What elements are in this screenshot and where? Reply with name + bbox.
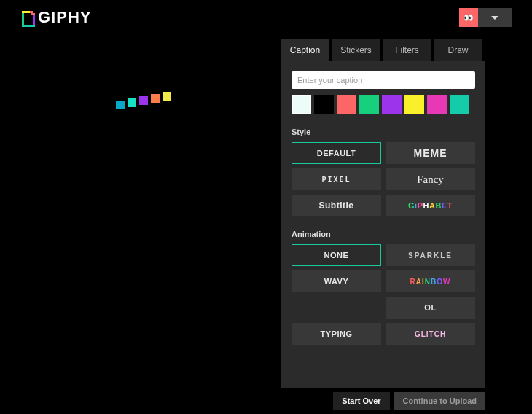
start-over-button[interactable]: Start Over (333, 392, 389, 410)
swatch-yellow[interactable] (404, 95, 424, 114)
style-options: DEFAULTMEMEPIXELFancySubtitleGiPHABET (292, 142, 475, 216)
header: GIPHY 👀 (0, 0, 532, 34)
user-menu[interactable]: 👀 (459, 8, 512, 27)
style-option-subtitle[interactable]: Subtitle (292, 195, 381, 216)
tab-filters[interactable]: Filters (383, 39, 431, 61)
svg-rect-2 (22, 11, 30, 13)
loading-indicator (116, 101, 171, 109)
swatch-magenta[interactable] (427, 95, 447, 114)
swatch-green[interactable] (359, 95, 379, 114)
svg-rect-4 (30, 11, 33, 13)
swatch-black[interactable] (314, 95, 334, 114)
animation-option-none[interactable]: NONE (292, 244, 381, 266)
animation-options: NONESPARKLEWAVYRAINBOWOLTYPINGGLITCH (292, 244, 475, 345)
animation-option-rainbow[interactable]: RAINBOW (386, 270, 475, 292)
footer-actions: Start Over Continue to Upload (281, 392, 485, 410)
swatch-purple[interactable] (382, 95, 402, 114)
style-option-meme[interactable]: MEME (386, 142, 475, 164)
editor-tabs: CaptionStickersFiltersDraw (281, 39, 482, 61)
user-dropdown[interactable] (478, 8, 512, 27)
logo[interactable]: GIPHY (20, 8, 91, 27)
giphy-logo-icon (20, 9, 34, 26)
svg-rect-1 (33, 15, 35, 26)
swatch-coral[interactable] (337, 95, 356, 114)
svg-rect-5 (31, 13, 35, 15)
swatch-white[interactable] (292, 95, 311, 114)
animation-option-ol[interactable]: OL (386, 297, 475, 319)
animation-section-label: Animation (292, 230, 475, 238)
continue-upload-button[interactable]: Continue to Upload (394, 392, 485, 410)
caption-editor-panel: Style DEFAULTMEMEPIXELFancySubtitleGiPHA… (281, 61, 485, 388)
style-option-default[interactable]: DEFAULT (292, 142, 381, 164)
loader-pixel (139, 96, 148, 105)
loader-pixel (116, 101, 125, 109)
loader-pixel (128, 98, 136, 107)
tab-caption[interactable]: Caption (281, 39, 329, 61)
svg-rect-0 (22, 12, 24, 26)
style-option-fancy[interactable]: Fancy (386, 168, 475, 190)
chevron-down-icon (491, 16, 498, 20)
gif-preview (16, 61, 271, 149)
svg-rect-3 (22, 25, 35, 27)
color-swatches (292, 95, 475, 114)
swatch-teal[interactable] (450, 95, 469, 114)
brand-name: GIPHY (38, 8, 91, 27)
animation-option-glitch[interactable]: GLITCH (386, 323, 475, 345)
tab-draw[interactable]: Draw (434, 39, 482, 61)
tab-stickers[interactable]: Stickers (332, 39, 380, 61)
loader-pixel (151, 94, 160, 103)
style-option-alphabet[interactable]: GiPHABET (386, 195, 475, 216)
caption-input[interactable] (292, 71, 475, 89)
style-section-label: Style (292, 128, 475, 136)
animation-option-sparkle[interactable]: SPARKLE (386, 244, 475, 266)
animation-option-typing[interactable]: TYPING (292, 323, 381, 345)
avatar: 👀 (459, 8, 478, 27)
animation-option-wavy[interactable]: WAVY (292, 270, 381, 292)
loader-pixel (163, 92, 171, 101)
style-option-pixel[interactable]: PIXEL (292, 168, 381, 190)
